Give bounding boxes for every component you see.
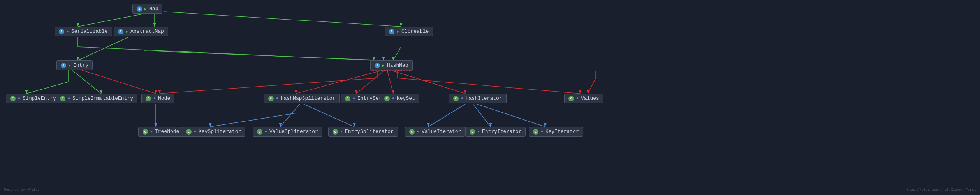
svg-line-25 [160,78,378,94]
node-icon: c [146,96,151,101]
simpleentry-label: SimpleEntry [23,96,56,101]
entryspliterator-label: EntrySpliterator [345,129,394,135]
keyset-label: KeySet [397,96,415,101]
node-hashmap[interactable]: i ▶ HashMap [370,60,413,71]
keyspliterator-icon: c [186,129,192,135]
svg-line-13 [393,47,401,60]
node-cloneable[interactable]: i ▶ Cloneable [385,27,433,36]
svg-line-55 [477,104,545,127]
cloneable-icon: i [389,29,394,34]
svg-line-4 [164,12,401,27]
node-entryset[interactable]: c ● EntrySet [341,94,386,103]
hashmapspliterator-icon: c [268,96,274,101]
svg-line-29 [356,71,384,94]
svg-line-36 [397,78,580,94]
svg-line-47 [280,104,300,127]
entry-label: Entry [73,62,88,68]
keyiterator-icon: c [533,129,538,135]
svg-marker-34 [464,90,467,94]
svg-line-2 [78,12,155,27]
node-keyiterator[interactable]: c ● KeyIterator [529,127,583,136]
svg-marker-46 [209,123,212,127]
node-entry[interactable]: i ▶ Entry [56,60,93,70]
hashmap-label: HashMap [387,62,408,68]
svg-marker-32 [392,90,395,94]
svg-line-15 [78,37,128,60]
svg-marker-52 [427,123,430,127]
svg-marker-30 [355,90,358,94]
node-abstractmap[interactable]: i ▶ AbstractMap [114,27,168,36]
svg-line-51 [428,104,465,127]
hashiterator-label: HashIterator [466,96,502,101]
entryspliterator-icon: c [333,129,338,135]
map-icon: i [137,6,142,12]
diagram-canvas: i ▶ Map i ▶ Serializable i ▶ AbstractMap… [0,0,980,195]
svg-marker-19 [25,90,28,94]
svg-line-53 [473,104,491,127]
svg-line-40 [588,78,596,94]
svg-line-10 [78,47,374,60]
map-label: Map [149,6,158,12]
svg-marker-43 [154,123,157,127]
svg-marker-14 [392,57,395,60]
watermark-left: Powered by yFiles [4,188,40,192]
node-valueiterator[interactable]: c ● ValueIterator [405,127,465,136]
svg-marker-54 [489,123,492,127]
svg-marker-41 [586,90,589,94]
svg-line-31 [387,71,393,94]
svg-marker-56 [544,123,547,127]
simpleentry-icon: c [10,96,16,101]
svg-line-33 [393,71,465,94]
valueiterator-icon: c [409,129,415,135]
node-serializable[interactable]: i ▶ Serializable [55,27,112,36]
hashmap-icon: i [375,63,380,68]
node-label: Node [158,96,170,101]
watermark-right: https://blog.csdn.net/Xiaowu_First [904,188,976,192]
node-simpleentry[interactable]: c ● SimpleEntry [6,94,60,103]
svg-line-18 [26,82,68,94]
hashmapspliterator-label: HashMapSpliterator [281,96,335,101]
abstractmap-label: AbstractMap [130,28,164,34]
node-node[interactable]: c ● Node [141,94,174,103]
svg-marker-48 [279,123,282,127]
svg-line-27 [296,71,380,94]
treenode-label: TreeNode [155,129,179,135]
node-keyspliterator[interactable]: c ● KeySpliterator [182,127,245,136]
serializable-label: Serializable [71,28,108,34]
svg-line-20 [72,70,101,94]
svg-marker-5 [399,23,403,27]
node-treenode[interactable]: c ● TreeNode [138,127,183,136]
keyspliterator-label: KeySpliterator [199,129,241,135]
entryset-icon: c [345,96,350,101]
svg-marker-28 [294,90,297,94]
svg-line-49 [304,104,354,127]
serializable-icon: i [59,29,64,34]
entryset-label: EntrySet [357,96,382,101]
node-hashiterator[interactable]: c ● HashIterator [449,94,507,103]
node-keyset[interactable]: c ● KeySet [380,94,419,103]
node-map[interactable]: i ▶ Map [132,4,162,14]
svg-marker-11 [372,57,375,60]
node-valuespliterator[interactable]: c ● ValueSpliterator [253,127,322,136]
values-label: Values [581,96,599,101]
node-entryiterator[interactable]: c ● EntryIterator [465,127,526,136]
abstractmap-icon: i [118,29,123,34]
valuespliterator-icon: c [257,129,262,135]
svg-line-22 [76,68,156,94]
svg-marker-23 [154,90,157,94]
keyiterator-label: KeyIterator [545,129,579,135]
svg-marker-1 [153,23,156,27]
entryiterator-label: EntryIterator [482,129,521,135]
svg-marker-3 [76,23,79,27]
keyset-icon: c [384,96,390,101]
svg-marker-50 [353,123,356,127]
node-simpleimmutableentry[interactable]: c ● SimpleImmutableEntry [56,94,137,103]
entry-icon: i [61,63,66,68]
svg-marker-26 [158,90,161,94]
valuespliterator-label: ValueSpliterator [269,129,318,135]
node-entryspliterator[interactable]: c ● EntrySpliterator [328,127,398,136]
hashiterator-icon: c [453,96,459,101]
node-hashmapspliterator[interactable]: c ● HashMapSpliterator [264,94,340,103]
node-values[interactable]: c ● Values [564,94,603,103]
valueiterator-label: ValueIterator [422,129,461,135]
